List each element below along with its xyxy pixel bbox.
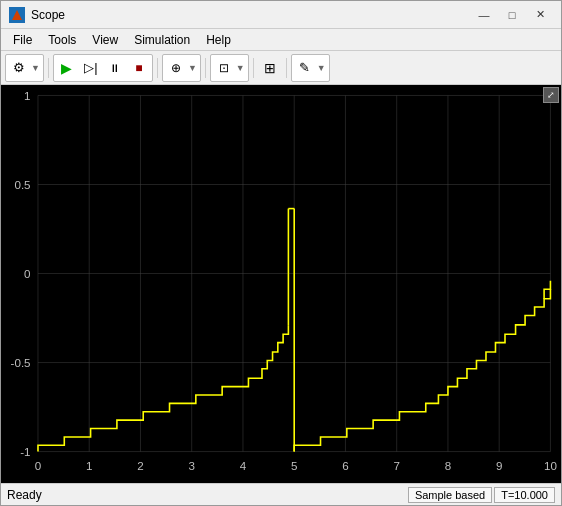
separator-3 [205,58,206,78]
scope-chart: 0 1 2 3 4 5 6 7 8 9 10 1 0.5 0 -0.5 -1 [1,85,561,483]
time-badge: T=10.000 [494,487,555,503]
sample-based-badge: Sample based [408,487,492,503]
separator-4 [253,58,254,78]
separator-5 [286,58,287,78]
svg-text:1: 1 [24,90,30,102]
edit-button[interactable]: ✎ [293,56,317,80]
svg-text:9: 9 [496,460,502,472]
minimize-button[interactable]: — [471,5,497,25]
menu-help[interactable]: Help [198,29,239,50]
status-bar: Ready Sample based T=10.000 [1,483,561,505]
zoom-dropdown-arrow[interactable]: ▼ [188,63,199,73]
svg-text:5: 5 [291,460,297,472]
menu-simulation[interactable]: Simulation [126,29,198,50]
svg-text:4: 4 [240,460,247,472]
status-right-group: Sample based T=10.000 [408,487,555,503]
svg-text:0: 0 [24,268,30,280]
svg-text:-1: -1 [20,446,30,458]
axes-dropdown-arrow[interactable]: ▼ [236,63,247,73]
stop-button[interactable]: ■ [127,56,151,80]
svg-text:10: 10 [544,460,557,472]
app-icon [9,7,25,23]
zoom-in-button[interactable]: ⊕ [164,56,188,80]
title-bar: Scope — □ ✕ [1,1,561,29]
settings-group[interactable]: ⚙ ▼ [5,54,44,82]
svg-text:0: 0 [35,460,41,472]
edit-dropdown-arrow[interactable]: ▼ [317,63,328,73]
main-window: Scope — □ ✕ File Tools View Simulation H… [0,0,562,506]
channel-button[interactable]: ⊞ [258,56,282,80]
run-group[interactable]: ▶ ▷| ⏸ ■ [53,54,153,82]
svg-rect-2 [1,85,561,483]
separator-2 [157,58,158,78]
svg-text:1: 1 [86,460,92,472]
window-title: Scope [31,8,471,22]
edit-group[interactable]: ✎ ▼ [291,54,330,82]
svg-text:8: 8 [445,460,451,472]
menu-bar: File Tools View Simulation Help [1,29,561,51]
separator-1 [48,58,49,78]
toolbar: ⚙ ▼ ▶ ▷| ⏸ ■ ⊕ ▼ ⊡ ▼ ⊞ ✎ ▼ [1,51,561,85]
zoom-group[interactable]: ⊕ ▼ [162,54,201,82]
fit-axes-button[interactable]: ⊡ [212,56,236,80]
svg-text:-0.5: -0.5 [11,357,31,369]
maximize-button[interactable]: □ [499,5,525,25]
svg-text:2: 2 [137,460,143,472]
settings-button[interactable]: ⚙ [7,56,31,80]
svg-text:7: 7 [393,460,399,472]
close-button[interactable]: ✕ [527,5,553,25]
axes-group[interactable]: ⊡ ▼ [210,54,249,82]
run-button[interactable]: ▶ [55,56,79,80]
status-ready-text: Ready [7,488,408,502]
menu-view[interactable]: View [84,29,126,50]
menu-tools[interactable]: Tools [40,29,84,50]
chart-container: ⤢ [1,85,561,483]
svg-text:3: 3 [188,460,194,472]
settings-dropdown-arrow[interactable]: ▼ [31,63,42,73]
svg-text:6: 6 [342,460,348,472]
chart-expand-button[interactable]: ⤢ [543,87,559,103]
menu-file[interactable]: File [5,29,40,50]
window-controls: — □ ✕ [471,5,553,25]
pause-button[interactable]: ⏸ [103,56,127,80]
svg-text:0.5: 0.5 [14,179,30,191]
step-forward-button[interactable]: ▷| [79,56,103,80]
